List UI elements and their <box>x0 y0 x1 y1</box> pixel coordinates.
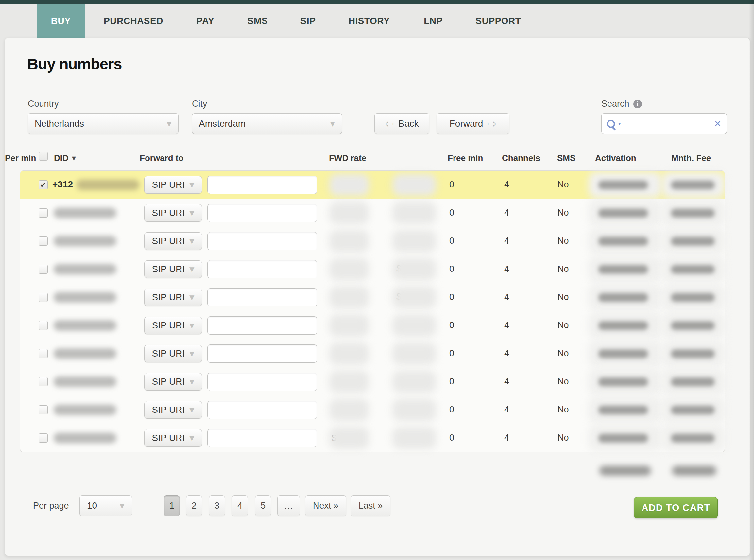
fwd-rate-redacted-blur <box>329 286 369 308</box>
forward-type-value: SIP URI <box>152 320 185 331</box>
row-checkbox[interactable] <box>39 208 48 218</box>
fwd-rate-redacted-blur <box>329 427 369 449</box>
tab-buy[interactable]: BUY <box>37 4 85 38</box>
forward-destination-input[interactable] <box>207 176 317 194</box>
forward-type-select[interactable]: SIP URI ▼ <box>144 345 202 362</box>
sms-cell: No <box>557 348 569 359</box>
column-header-did[interactable]: DID ▼ <box>54 153 76 163</box>
add-to-cart-button[interactable]: ADD TO CART <box>634 497 718 518</box>
table-row: SIP URI ▼ $ 0 4 No <box>20 283 725 312</box>
clear-search-icon[interactable]: ✕ <box>714 119 721 128</box>
free-min-cell: 0 <box>449 236 454 246</box>
sms-cell: No <box>557 236 569 246</box>
page-ellipsis-button[interactable]: … <box>277 495 300 516</box>
city-select[interactable]: Amsterdam ▼ <box>192 113 342 134</box>
select-all-checkbox[interactable] <box>39 152 48 161</box>
forward-type-select[interactable]: SIP URI ▼ <box>144 288 202 306</box>
tab-pay[interactable]: PAY <box>197 4 214 38</box>
table-row: SIP URI ▼ 0 4 No <box>20 312 725 340</box>
forward-destination-input[interactable] <box>207 316 317 335</box>
search-icon[interactable] <box>607 120 615 128</box>
main-nav: BUYPURCHASEDPAYSMSSIPHISTORYLNPSUPPORT <box>0 4 754 38</box>
tab-support[interactable]: SUPPORT <box>476 4 521 38</box>
forward-destination-input[interactable] <box>207 373 317 391</box>
forward-destination-input[interactable] <box>207 260 317 278</box>
forward-destination-input[interactable] <box>207 401 317 419</box>
country-select[interactable]: Netherlands ▼ <box>28 113 179 134</box>
activation-redacted-blur <box>598 209 648 218</box>
forward-type-value: SIP URI <box>152 236 185 246</box>
per-min-redacted-blur <box>392 342 436 365</box>
mnth-fee-redacted-blur <box>671 237 715 246</box>
mnth-fee-redacted-blur <box>671 181 715 189</box>
forward-type-select[interactable]: SIP URI ▼ <box>144 176 202 194</box>
fwd-rate-redacted-blur <box>329 371 369 393</box>
row-checkbox[interactable]: ✔ <box>39 180 48 189</box>
mnth-fee-total-redacted-blur <box>672 466 716 476</box>
tab-sip[interactable]: SIP <box>301 4 316 38</box>
forward-type-value: SIP URI <box>152 377 185 387</box>
page-button-4[interactable]: 4 <box>232 495 248 516</box>
row-checkbox[interactable] <box>39 293 48 302</box>
tab-lnp[interactable]: LNP <box>424 4 443 38</box>
page-button-1[interactable]: 1 <box>164 495 180 516</box>
free-min-cell: 0 <box>449 433 454 443</box>
table-body: ✔ +312 SIP URI ▼ 0 4 No SIP URI ▼ 0 4 <box>20 171 725 453</box>
forward-destination-input[interactable] <box>207 288 317 306</box>
page-button-3[interactable]: 3 <box>209 495 225 516</box>
row-checkbox[interactable] <box>39 321 48 330</box>
tab-history[interactable]: HISTORY <box>349 4 390 38</box>
page-button-5[interactable]: 5 <box>255 495 271 516</box>
per-min-redacted-blur <box>392 399 436 421</box>
forward-type-select[interactable]: SIP URI ▼ <box>144 429 202 447</box>
search-label-text: Search <box>601 99 629 109</box>
per-page-select[interactable]: 10 ▼ <box>79 495 132 516</box>
forward-type-select[interactable]: SIP URI ▼ <box>144 204 202 222</box>
row-checkbox[interactable] <box>39 265 48 274</box>
back-button-label: Back <box>398 118 419 129</box>
per-min-redacted-blur <box>392 371 436 393</box>
search-input[interactable] <box>621 118 714 129</box>
forward-type-select[interactable]: SIP URI ▼ <box>144 317 202 334</box>
forward-type-select[interactable]: SIP URI ▼ <box>144 260 202 278</box>
table-row: SIP URI ▼ 0 4 No <box>20 368 725 396</box>
back-button[interactable]: ⇦ Back <box>374 113 429 134</box>
channels-cell: 4 <box>504 433 509 443</box>
page-edge-shade <box>749 0 754 560</box>
activation-redacted-blur <box>598 378 648 386</box>
forward-destination-input[interactable] <box>207 204 317 222</box>
did-header-label: DID <box>54 153 69 163</box>
row-checkbox[interactable] <box>39 434 48 443</box>
forward-destination-input[interactable] <box>207 344 317 363</box>
forward-type-select[interactable]: SIP URI ▼ <box>144 373 202 391</box>
tab-sms[interactable]: SMS <box>247 4 268 38</box>
forward-type-value: SIP URI <box>152 433 185 443</box>
forward-destination-input[interactable] <box>207 429 317 447</box>
row-checkbox[interactable] <box>39 377 48 386</box>
chevron-down-icon: ▼ <box>189 237 194 245</box>
row-checkbox[interactable] <box>39 405 48 415</box>
column-header-fwd-rate: FWD rate <box>329 153 366 163</box>
table-row: SIP URI ▼ $ 0 4 No <box>20 424 725 452</box>
per-min-redacted-blur <box>392 427 436 449</box>
row-checkbox[interactable] <box>39 349 48 358</box>
forward-button[interactable]: Forward ⇨ <box>436 113 509 134</box>
next-page-button[interactable]: Next » <box>305 495 346 516</box>
search-options-chevron-icon[interactable]: ▾ <box>618 121 621 126</box>
table-row: SIP URI ▼ $ 0 4 No <box>20 255 725 283</box>
page-button-2[interactable]: 2 <box>186 495 202 516</box>
country-value: Netherlands <box>35 118 84 129</box>
row-checkbox[interactable] <box>39 237 48 246</box>
last-page-button[interactable]: Last » <box>351 495 390 516</box>
per-page-value: 10 <box>87 500 97 511</box>
per-min-redacted-blur <box>392 174 436 196</box>
per-min-redacted-blur <box>392 286 436 308</box>
forward-destination-input[interactable] <box>207 232 317 250</box>
did-redacted-blur <box>54 208 116 218</box>
forward-type-value: SIP URI <box>152 292 185 303</box>
forward-type-select[interactable]: SIP URI ▼ <box>144 232 202 250</box>
forward-type-select[interactable]: SIP URI ▼ <box>144 401 202 419</box>
tab-purchased[interactable]: PURCHASED <box>104 4 163 38</box>
chevron-down-icon: ▼ <box>189 350 194 358</box>
forward-type-value: SIP URI <box>152 208 185 218</box>
